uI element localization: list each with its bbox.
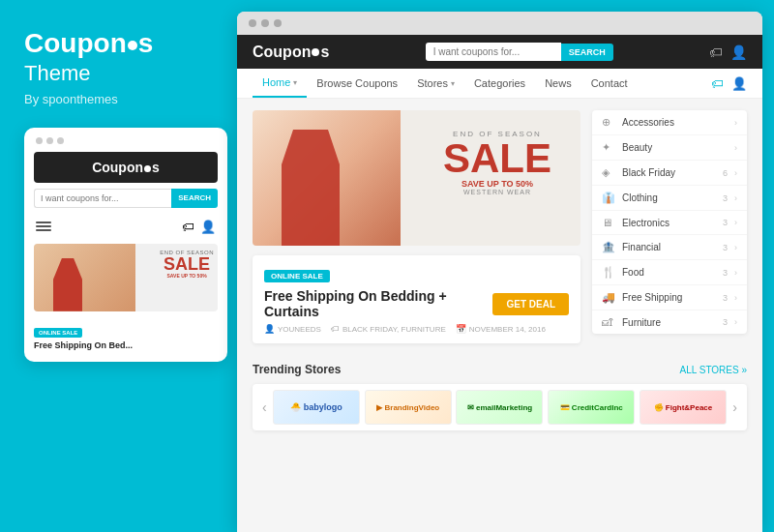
- category-label: Clothing: [622, 192, 716, 203]
- coupon-meta-tags: 🏷 BLACK FRIDAY, FURNITURE: [331, 324, 446, 334]
- coupon-title: Free Shipping On Bedding + Curtains: [264, 288, 492, 319]
- home-arrow-icon: ▾: [293, 78, 297, 87]
- site-user-icon[interactable]: 👤: [730, 44, 747, 60]
- coupon-card: ONLINE SALE Free Shipping On Bedding + C…: [253, 255, 580, 343]
- mobile-header: Coupons: [34, 152, 218, 183]
- mobile-search-input[interactable]: [34, 189, 171, 208]
- hero-figure: [253, 110, 401, 246]
- category-label: Beauty: [622, 142, 728, 153]
- mobile-logo: Coupons: [92, 160, 160, 175]
- category-arrow-icon: ›: [734, 317, 737, 327]
- mobile-sale-sub: SAVE UP TO 50%: [160, 273, 214, 279]
- site-search: SEARCH: [426, 43, 613, 61]
- nav-user-icon[interactable]: 👤: [731, 76, 747, 91]
- nav-item-contact[interactable]: Contact: [581, 70, 638, 97]
- category-arrow-icon: ›: [734, 293, 737, 303]
- category-arrow-icon: ›: [734, 193, 737, 203]
- store-logos: 🐣 babylogo ▶ BrandingVideo ✉ emailMarket…: [273, 390, 728, 425]
- nav-item-browse-coupons[interactable]: Browse Coupons: [307, 70, 407, 97]
- stores-next-arrow[interactable]: ›: [727, 399, 743, 415]
- category-clothing[interactable]: 👔 Clothing 3 ›: [592, 186, 747, 211]
- nav-item-news[interactable]: News: [535, 70, 581, 97]
- category-beauty[interactable]: ✦ Beauty ›: [592, 135, 747, 161]
- trending-title: Trending Stores: [253, 363, 341, 376]
- browser-window: Coupons SEARCH 🏷 👤 Home▾: [237, 12, 762, 532]
- financial-icon: 🏦: [602, 241, 615, 253]
- site-tag-icon[interactable]: 🏷: [709, 44, 723, 60]
- store-brandingvideo[interactable]: ▶ BrandingVideo: [365, 390, 452, 425]
- brand-by: By spoonthemes: [24, 92, 153, 106]
- furniture-icon: 🛋: [602, 316, 615, 328]
- nav-item-home[interactable]: Home▾: [253, 69, 307, 98]
- category-label: Financial: [622, 242, 716, 252]
- hero-banner: END OF SEASON SALE SAVE UP TO 50% WESTER…: [253, 110, 580, 246]
- mobile-nav-bar: 🏷 👤: [34, 216, 218, 238]
- mobile-search-button[interactable]: SEARCH: [171, 189, 218, 208]
- category-label: Electronics: [622, 218, 716, 228]
- category-financial[interactable]: 🏦 Financial 3 ›: [592, 235, 747, 260]
- category-food[interactable]: 🍴 Food 3 ›: [592, 260, 747, 285]
- main-content-left: END OF SEASON SALE SAVE UP TO 50% WESTER…: [253, 110, 580, 343]
- category-count: 3: [723, 243, 728, 252]
- category-count: 6: [723, 168, 728, 178]
- hero-sale-text: SALE: [443, 138, 551, 179]
- category-count: 3: [723, 317, 728, 327]
- nav-tag-icon[interactable]: 🏷: [711, 76, 724, 91]
- category-furniture[interactable]: 🛋 Furniture 3 ›: [592, 310, 747, 334]
- mobile-dot-3: [57, 137, 64, 144]
- category-label: Free Shipping: [622, 292, 716, 303]
- mobile-tag-icon[interactable]: 🏷: [182, 220, 194, 234]
- nav-item-categories[interactable]: Categories: [464, 70, 535, 97]
- store-babylogo[interactable]: 🐣 babylogo: [273, 390, 360, 425]
- category-arrow-icon: ›: [734, 218, 737, 227]
- browser-btn-maximize[interactable]: [274, 19, 282, 27]
- site-search-button[interactable]: SEARCH: [561, 44, 613, 61]
- category-count: 3: [723, 218, 728, 227]
- accessories-icon: ⊕: [602, 116, 615, 129]
- hero-western-text: WESTERN WEAR: [443, 189, 551, 195]
- all-stores-link[interactable]: ALL STORES »: [680, 365, 747, 375]
- site-nav: Home▾ Browse Coupons Stores▾ Categories …: [237, 69, 762, 99]
- mobile-window-controls: [34, 137, 218, 152]
- category-arrow-icon: ›: [734, 268, 737, 278]
- nav-items: Home▾ Browse Coupons Stores▾ Categories …: [253, 69, 638, 98]
- category-label: Furniture: [622, 317, 716, 328]
- browser-btn-close[interactable]: [249, 19, 256, 27]
- mobile-search-bar: SEARCH: [34, 189, 218, 208]
- get-deal-button[interactable]: GET DEAL: [492, 293, 569, 315]
- brand-name: Coupons: [24, 28, 153, 58]
- mobile-banner-text: END OF SEASON SALE SAVE UP TO 50%: [160, 250, 214, 279]
- store-creditcard[interactable]: 💳 CreditCardInc: [548, 390, 635, 425]
- coupon-meta-author: 👤 YOUNEEDS: [264, 324, 321, 334]
- category-arrow-icon: ›: [734, 168, 737, 178]
- mobile-coupon-title: Free Shipping On Bed...: [34, 340, 218, 350]
- category-electronics[interactable]: 🖥 Electronics 3 ›: [592, 211, 747, 235]
- mobile-user-icon[interactable]: 👤: [200, 220, 216, 234]
- left-panel: Coupons Theme By spoonthemes Coupons SEA…: [0, 0, 237, 532]
- category-black-friday[interactable]: ◈ Black Friday 6 ›: [592, 161, 747, 186]
- free-shipping-icon: 🚚: [602, 291, 615, 304]
- mobile-hamburger-icon[interactable]: [36, 222, 51, 231]
- category-accessories[interactable]: ⊕ Accessories ›: [592, 110, 747, 135]
- nav-item-stores[interactable]: Stores▾: [407, 70, 464, 97]
- stores-prev-arrow[interactable]: ‹: [256, 399, 273, 415]
- site-header: Coupons SEARCH 🏷 👤: [237, 35, 762, 69]
- beauty-icon: ✦: [602, 141, 615, 154]
- site-search-input[interactable]: [426, 43, 561, 61]
- store-fightpeace[interactable]: ✊ Fight&Peace: [640, 390, 727, 425]
- electronics-icon: 🖥: [602, 217, 615, 228]
- food-icon: 🍴: [602, 266, 615, 279]
- category-label: Accessories: [622, 117, 728, 128]
- category-list: ⊕ Accessories › ✦ Beauty › ◈ Black Frida…: [592, 110, 747, 334]
- browser-titlebar: [237, 12, 762, 35]
- stores-arrow-icon: ▾: [451, 79, 455, 88]
- site-header-icons: 🏷 👤: [709, 44, 747, 60]
- category-count: 3: [723, 268, 728, 278]
- mobile-banner: END OF SEASON SALE SAVE UP TO 50%: [34, 244, 218, 311]
- mobile-dot-2: [46, 137, 53, 144]
- nav-right-icons: 🏷 👤: [711, 76, 747, 91]
- category-free-shipping[interactable]: 🚚 Free Shipping 3 ›: [592, 285, 747, 310]
- site-logo: Coupons: [253, 44, 329, 61]
- browser-btn-minimize[interactable]: [261, 19, 269, 27]
- store-emailmarketing[interactable]: ✉ emailMarketing: [456, 390, 543, 425]
